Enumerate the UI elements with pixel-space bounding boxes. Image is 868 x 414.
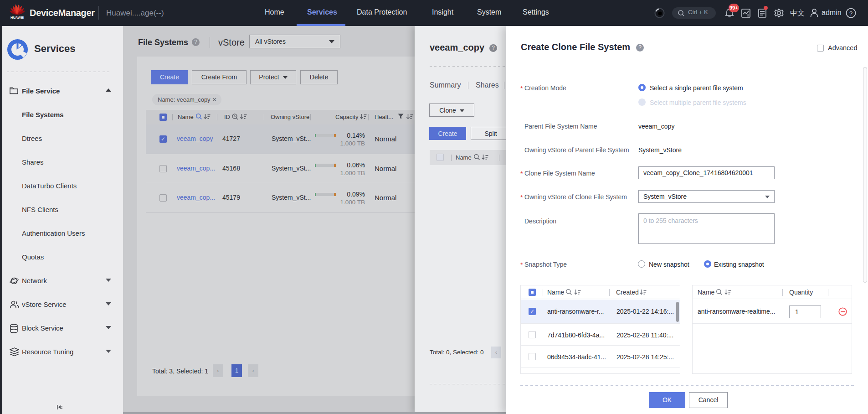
svg-text:?: ? <box>849 10 853 17</box>
svg-text:HUAWEI: HUAWEI <box>10 16 24 19</box>
